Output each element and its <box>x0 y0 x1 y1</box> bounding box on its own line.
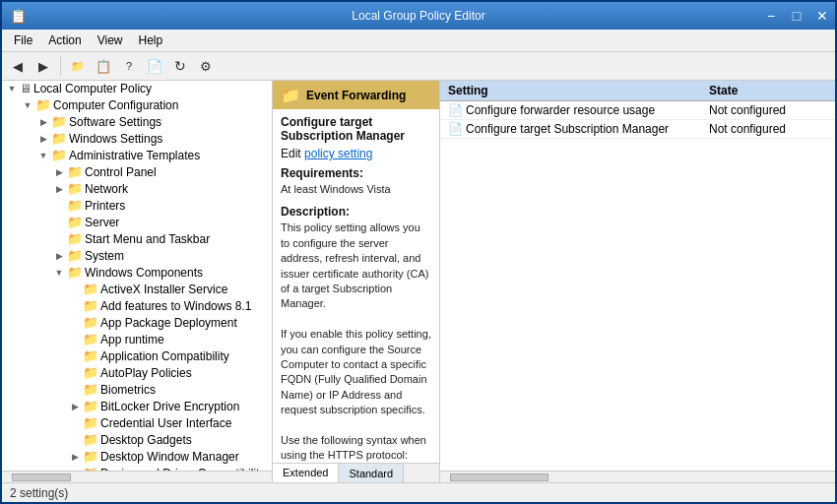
tree-node-computer-configuration[interactable]: ▼ 📁 Computer Configuration <box>2 96 272 113</box>
title-text: Local Group Policy Editor <box>352 9 484 23</box>
middle-panel-header: 📁 Event Forwarding <box>273 81 439 109</box>
folder-icon: 📁 <box>51 148 67 162</box>
forward-button[interactable]: ▶ <box>32 54 55 78</box>
edit-label: Edit <box>281 147 301 160</box>
tree-label: Biometrics <box>100 383 156 397</box>
tree-node-add-features[interactable]: ▶ 📁 Add features to Windows 8.1 <box>2 297 272 314</box>
column-header-state: State <box>709 84 827 97</box>
tree-node-app-runtime[interactable]: ▶ 📁 App runtime <box>2 331 272 347</box>
expand-icon: ▶ <box>35 134 51 144</box>
tab-extended[interactable]: Extended <box>273 464 339 482</box>
setting-row-forwarder[interactable]: 📄 Configure forwarder resource usage Not… <box>440 101 835 120</box>
tree-node-desktop-window[interactable]: ▶ 📁 Desktop Window Manager <box>2 448 272 465</box>
folder-icon: 📁 <box>67 265 83 280</box>
tree-node-local-computer-policy[interactable]: ▼ 🖥 Local Computer Policy <box>2 81 272 96</box>
tree-label: BitLocker Drive Encryption <box>100 400 239 413</box>
close-button[interactable]: ✕ <box>809 2 835 30</box>
policy-link[interactable]: policy setting <box>304 147 372 160</box>
pc-icon: 🖥 <box>20 82 32 95</box>
tree-node-credential-ui[interactable]: ▶ 📁 Credential User Interface <box>2 414 272 431</box>
tree-container[interactable]: ▼ 🖥 Local Computer Policy ▼ 📁 Computer C… <box>2 81 272 471</box>
tree-node-network[interactable]: ▶ 📁 Network <box>2 180 272 197</box>
tab-standard[interactable]: Standard <box>339 464 404 482</box>
tree-label: Windows Components <box>85 266 203 280</box>
setting-state: Not configured <box>709 103 827 117</box>
menu-bar: File Action View Help <box>2 30 835 52</box>
setting-icon: 📄 <box>448 103 466 117</box>
tree-label: Desktop Window Manager <box>100 450 239 464</box>
column-header-setting: Setting <box>448 84 709 97</box>
policy-title: Configure target Subscription Manager <box>281 115 431 143</box>
status-text: 2 setting(s) <box>10 486 68 500</box>
folder-icon: 📁 <box>83 348 98 363</box>
properties-button[interactable]: 📋 <box>92 54 115 78</box>
setting-icon: 📄 <box>448 122 466 136</box>
expand-icon: ▶ <box>35 117 51 127</box>
folder-icon: 📁 <box>67 198 83 213</box>
minimize-button[interactable]: − <box>758 2 784 30</box>
folder-icon: 📁 <box>83 432 98 447</box>
tree-label: ActiveX Installer Service <box>100 283 227 296</box>
maximize-button[interactable]: □ <box>784 2 809 30</box>
new-window-button[interactable]: 📄 <box>143 54 166 78</box>
setting-row-target-subscription[interactable]: 📄 Configure target Subscription Manager … <box>440 120 835 139</box>
tree-label: Start Menu and Taskbar <box>85 232 210 246</box>
description-label: Description: <box>281 205 431 219</box>
tree-node-system[interactable]: ▶ 📁 System <box>2 247 272 264</box>
expand-icon: ▼ <box>35 151 51 160</box>
tree-node-desktop-gadgets[interactable]: ▶ 📁 Desktop Gadgets <box>2 431 272 448</box>
tree-label: Local Computer Policy <box>33 82 152 95</box>
status-bar: 2 setting(s) <box>2 482 835 502</box>
middle-header-title: Event Forwarding <box>306 89 406 102</box>
expand-icon: ▶ <box>67 452 83 462</box>
tree-node-start-menu[interactable]: ▶ 📁 Start Menu and Taskbar <box>2 230 272 247</box>
tree-node-printers[interactable]: ▶ 📁 Printers <box>2 197 272 214</box>
expand-icon: ▼ <box>4 84 20 94</box>
tree-node-windows-settings[interactable]: ▶ 📁 Windows Settings <box>2 130 272 147</box>
folder-icon: 📁 <box>67 181 83 196</box>
folder-icon: 📁 <box>83 382 98 397</box>
expand-icon: ▶ <box>51 167 67 177</box>
requirements-label: Requirements: <box>281 166 431 180</box>
tree-label: System <box>85 249 124 263</box>
tree-label: Computer Configuration <box>53 98 178 112</box>
toolbar-separator-1 <box>60 56 61 76</box>
refresh-button[interactable]: ↻ <box>168 54 192 78</box>
tree-node-activex[interactable]: ▶ 📁 ActiveX Installer Service <box>2 281 272 297</box>
tree-node-control-panel[interactable]: ▶ 📁 Control Panel <box>2 163 272 180</box>
requirements-text: At least Windows Vista <box>281 182 431 197</box>
right-panel: Setting State 📄 Configure forwarder reso… <box>440 81 835 482</box>
folder-icon: 📁 <box>67 231 83 246</box>
tree-label: App runtime <box>100 333 164 346</box>
right-panel-hscroll[interactable] <box>440 471 835 482</box>
folder-icon: 📁 <box>83 399 98 413</box>
tree-label: Application Compatibility <box>100 349 229 363</box>
tree-node-biometrics[interactable]: ▶ 📁 Biometrics <box>2 381 272 398</box>
tab-bar: Extended Standard <box>273 463 439 482</box>
tree-node-server[interactable]: ▶ 📁 Server <box>2 214 272 230</box>
help-button[interactable]: ? <box>117 54 141 78</box>
menu-file[interactable]: File <box>6 32 40 49</box>
tree-node-admin-templates[interactable]: ▼ 📁 Administrative Templates <box>2 147 272 163</box>
tree-node-app-compat[interactable]: ▶ 📁 Application Compatibility <box>2 347 272 364</box>
middle-panel-content: Configure target Subscription Manager Ed… <box>273 109 439 463</box>
folder-icon: 📁 <box>51 131 67 146</box>
folder-icon: 📁 <box>35 97 51 112</box>
back-button[interactable]: ◀ <box>6 54 30 78</box>
tree-node-app-package[interactable]: ▶ 📁 App Package Deployment <box>2 314 272 331</box>
tree-label: Windows Settings <box>69 132 162 146</box>
tree-horizontal-scrollbar[interactable] <box>2 471 272 482</box>
tree-node-autoplay[interactable]: ▶ 📁 AutoPlay Policies <box>2 364 272 381</box>
menu-action[interactable]: Action <box>40 32 89 49</box>
folder-icon: 📁 <box>67 215 83 229</box>
menu-help[interactable]: Help <box>131 32 171 49</box>
menu-view[interactable]: View <box>90 32 131 49</box>
filter-button[interactable]: ⚙ <box>194 54 218 78</box>
expand-icon: ▶ <box>67 402 83 411</box>
show-hide-button[interactable]: 📁 <box>66 54 90 78</box>
tree-node-software-settings[interactable]: ▶ 📁 Software Settings <box>2 113 272 130</box>
tree-label: Server <box>85 216 119 229</box>
tree-node-bitlocker[interactable]: ▶ 📁 BitLocker Drive Encryption <box>2 398 272 414</box>
tree-node-windows-components[interactable]: ▼ 📁 Windows Components <box>2 264 272 281</box>
tree-label: Software Settings <box>69 115 161 129</box>
